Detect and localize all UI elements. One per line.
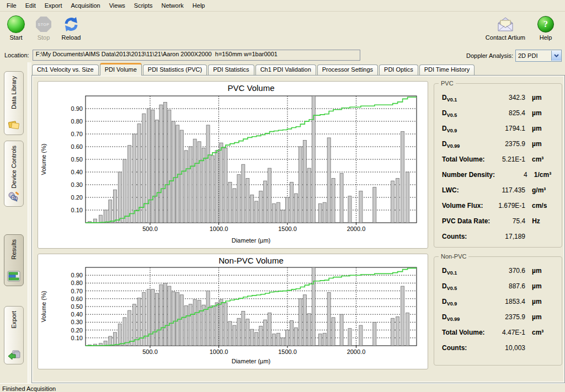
volume-bar xyxy=(373,187,376,223)
volume-bar xyxy=(332,179,335,223)
tab-pdi-volume[interactable]: PDI Volume xyxy=(100,63,142,76)
menu-item-export[interactable]: Export xyxy=(40,1,67,10)
sidebar-item-data-library[interactable]: Data Library xyxy=(4,71,24,135)
volume-bar xyxy=(228,182,232,223)
non-pvc-volume-chart: Non-PVC Volume0.100.200.300.400.500.600.… xyxy=(38,254,428,369)
stat-value: 117.435 xyxy=(490,186,525,194)
volume-bar xyxy=(299,147,302,223)
y-tick-label: 0.40 xyxy=(71,169,83,175)
menu-item-network[interactable]: Network xyxy=(157,1,188,10)
pvc-volume-chart-svg: PVC Volume0.100.200.300.400.500.600.700.… xyxy=(38,82,427,246)
x-axis-title: Diameter (µm) xyxy=(232,237,271,244)
reload-button[interactable]: Reload xyxy=(60,15,83,41)
volume-bar xyxy=(193,299,196,346)
sidebar-item-results[interactable]: Results xyxy=(4,234,24,286)
stat-unit: µm xyxy=(532,298,557,305)
tab-pdi-statistics[interactable]: PDI Statistics xyxy=(208,65,254,75)
menu-item-file[interactable]: File xyxy=(2,1,21,10)
volume-bar xyxy=(332,318,335,346)
x-tick-label: 2000.0 xyxy=(347,225,366,232)
tab-ch1-pdi-validation[interactable]: Ch1 PDI Validation xyxy=(255,65,316,75)
x-tick-label: 2000.0 xyxy=(347,348,366,355)
tab-ch1-velocity-vs-size[interactable]: Ch1 Velocity vs. Size xyxy=(32,65,99,75)
volume-bar xyxy=(391,181,395,223)
stat-row: DV0.5825.4µm xyxy=(442,109,557,125)
volume-bar xyxy=(151,110,154,223)
stat-unit: cm³ xyxy=(532,155,557,163)
volume-bar xyxy=(104,210,107,223)
volume-bar xyxy=(268,168,271,223)
volume-bar xyxy=(163,103,167,223)
volume-bar xyxy=(147,109,151,223)
contact-artium-button[interactable]: Contact Artium xyxy=(486,15,525,41)
volume-bar xyxy=(307,314,311,346)
volume-bar xyxy=(180,295,183,346)
volume-bar xyxy=(373,322,376,346)
doppler-analysis-value: 2D PDI xyxy=(516,52,551,59)
y-tick-label: 0.50 xyxy=(71,303,83,310)
stat-label: DV0.9 xyxy=(442,125,490,133)
sidebar-item-export[interactable]: Export xyxy=(4,306,24,364)
stat-label: Counts: xyxy=(442,233,490,240)
menu-item-help[interactable]: Help xyxy=(188,1,210,10)
combo-dropdown-button[interactable] xyxy=(551,51,561,61)
volume-bar xyxy=(323,333,326,346)
tab-pdi-optics[interactable]: PDI Optics xyxy=(379,65,418,75)
stat-label: Number Density: xyxy=(442,171,495,179)
volume-bar xyxy=(128,310,131,346)
start-button[interactable]: Start xyxy=(4,15,28,41)
menu-item-acquisition[interactable]: Acquisition xyxy=(67,1,105,10)
x-tick-label: 1000.0 xyxy=(210,348,228,355)
volume-bar xyxy=(250,195,254,223)
volume-bar xyxy=(233,189,236,223)
volume-bar xyxy=(273,334,276,346)
stat-unit: µm xyxy=(532,125,557,132)
doppler-analysis-select[interactable]: 2D PDI xyxy=(515,50,562,62)
volume-bar xyxy=(318,204,322,223)
stat-row: DV0.1342.3µm xyxy=(442,94,557,109)
volume-bar xyxy=(340,173,343,223)
stat-row: DV0.5887.6µm xyxy=(442,282,557,298)
envelope-icon xyxy=(495,15,515,34)
volume-bar xyxy=(109,200,112,223)
volume-bar xyxy=(147,289,151,346)
doppler-analysis-label: Doppler Analysis: xyxy=(466,52,513,59)
volume-bar xyxy=(294,327,297,346)
stat-value: 1853.4 xyxy=(490,298,525,305)
volume-bar xyxy=(255,201,258,223)
volume-bar xyxy=(281,210,285,223)
volume-bar xyxy=(401,131,404,223)
sidebar-item-device-controls[interactable]: Device Controls xyxy=(4,141,24,207)
menu-item-views[interactable]: Views xyxy=(105,1,130,10)
stop-button[interactable]: STOP Stop xyxy=(32,15,55,41)
stat-row: Volume Flux:1.679E-1cm/s xyxy=(442,202,557,217)
tab-processor-settings[interactable]: Processor Settings xyxy=(317,65,378,75)
help-button[interactable]: ? Help xyxy=(534,15,557,41)
y-axis-title: Volume (%) xyxy=(40,291,47,323)
volume-bar xyxy=(151,289,154,346)
menu-item-edit[interactable]: Edit xyxy=(21,1,40,10)
sidebar-splitter[interactable] xyxy=(28,62,31,383)
volume-bar xyxy=(155,293,158,346)
stat-label: DV0.99 xyxy=(442,313,490,322)
stat-label: DV0.9 xyxy=(442,298,490,307)
stat-label: DV0.99 xyxy=(442,140,490,149)
volume-bar xyxy=(228,321,232,346)
contact-artium-label: Contact Artium xyxy=(486,34,525,41)
start-icon xyxy=(7,15,25,34)
tab-pdi-time-history[interactable]: PDI Time History xyxy=(419,65,475,75)
reload-icon xyxy=(63,15,79,34)
volume-bar xyxy=(159,105,163,223)
charts-column: PVC Volume0.100.200.300.400.500.600.700.… xyxy=(38,79,428,378)
stat-unit: µm xyxy=(532,140,557,148)
tab-pdi-statistics-pvc[interactable]: PDI Statistics (PVC) xyxy=(143,65,207,75)
volume-bar xyxy=(273,204,276,223)
stat-row: PVC Data Rate:75.4Hz xyxy=(442,217,557,233)
location-field[interactable]: F:\My Documents\AIMS Data\2013\2013\11\2… xyxy=(33,50,360,61)
menu-item-scripts[interactable]: Scripts xyxy=(130,1,157,10)
volume-bar xyxy=(401,286,404,346)
stat-row: Counts:10,003 xyxy=(442,344,557,359)
volume-bar xyxy=(396,179,399,223)
volume-bar xyxy=(233,325,236,346)
y-tick-label: 0.10 xyxy=(71,335,83,341)
